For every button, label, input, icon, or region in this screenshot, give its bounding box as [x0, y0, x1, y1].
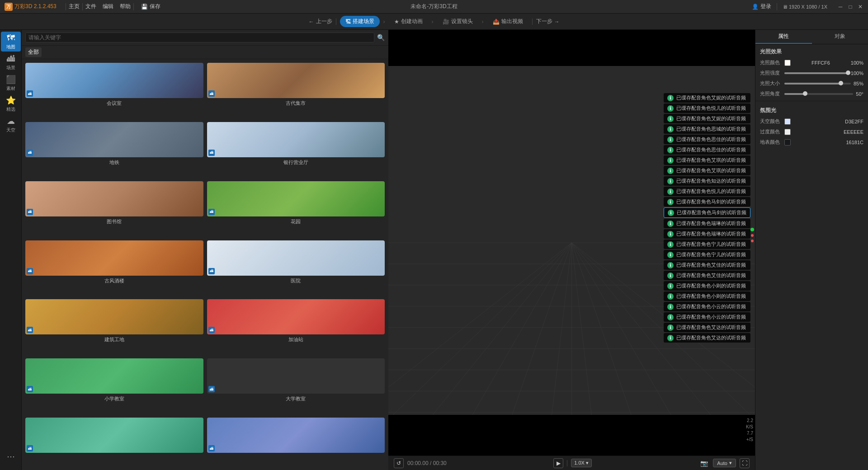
- sidebar-item-map[interactable]: 🗺 地图: [1, 32, 21, 52]
- scene-badge-library: 🏙: [27, 209, 33, 215]
- scene-item-conference[interactable]: 🏙 会议室: [25, 63, 203, 118]
- tab-properties[interactable]: 属性: [755, 30, 812, 44]
- light-intensity-label: 光照强度: [760, 70, 782, 76]
- step-set-camera[interactable]: 🎥 设置镜头: [437, 16, 478, 27]
- scene-item-hotel[interactable]: 🏙 古风酒楼: [25, 240, 203, 296]
- notification-item-0: ℹ 已缓存配音角色艾妮的试听音频: [664, 93, 750, 103]
- step-create-animation[interactable]: ★ 创建动画: [389, 16, 428, 27]
- sidebar-item-bottom[interactable]: ⋯: [1, 446, 21, 466]
- window-title: 未命名-万彩3D工程: [410, 3, 457, 10]
- vc-right: 📷 Auto ▾ ⛶: [698, 458, 750, 469]
- notif-icon-23: ℹ: [667, 335, 674, 341]
- scene-thumb-hospital: 🏙: [207, 240, 385, 276]
- scene-item-gasstation[interactable]: 🏙 加油站: [207, 299, 385, 355]
- scene-item-hospital[interactable]: 🏙 医院: [207, 240, 385, 296]
- time-separator: /: [430, 460, 433, 466]
- notif-text-23: 已缓存配音角色艾达的试听音频: [676, 334, 746, 341]
- scene-thumb-hotel: 🏙: [25, 240, 203, 276]
- login-button[interactable]: 👤 登录: [752, 3, 771, 10]
- ground-color-label: 地表颜色: [760, 139, 782, 146]
- close-button[interactable]: ✕: [857, 4, 863, 10]
- maximize-button[interactable]: □: [847, 4, 854, 10]
- notification-item-9: ℹ 已缓存配音角色悦儿的试听音频: [664, 187, 750, 196]
- notif-icon-12: ℹ: [667, 221, 674, 227]
- next-step-button[interactable]: 下一步 →: [536, 18, 560, 25]
- notification-item-7: ℹ 已缓存配音角色艾琪的试听音频: [664, 166, 750, 175]
- scene-item-stadium[interactable]: 🏙: [25, 418, 203, 466]
- category-all[interactable]: 全部: [25, 47, 42, 57]
- scene-item-library[interactable]: 🏙 图书馆: [25, 181, 203, 237]
- light-intensity-value: 100%: [851, 70, 863, 76]
- scene-item-bank[interactable]: 🏙 银行营业厅: [207, 122, 385, 178]
- search-button[interactable]: 🔍: [377, 34, 385, 41]
- app-name: 万彩3D 2.1.2.453: [14, 3, 57, 10]
- sidebar-item-material[interactable]: ⬛ 素材: [1, 73, 21, 93]
- light-color-label: 光照颜色: [760, 59, 782, 66]
- stat-line1: 2.2: [746, 418, 753, 424]
- light-size-slider[interactable]: [784, 83, 851, 85]
- ambient-section-title: 氛围光: [755, 103, 868, 116]
- step-divider2: [532, 19, 533, 25]
- user-icon: 👤: [752, 4, 759, 10]
- step-out-icon: 📤: [493, 19, 500, 25]
- fullscreen-button[interactable]: ⛶: [740, 458, 750, 468]
- light-angle-slider[interactable]: [784, 93, 853, 95]
- scene-thumb-primary: 🏙: [25, 358, 203, 394]
- scene-item-primary[interactable]: 🏙 小学教室: [25, 358, 203, 414]
- select-icon: ⭐: [6, 95, 16, 105]
- scene-thumb-conference: 🏙: [25, 63, 203, 98]
- light-angle-row: 光照角度 50°: [755, 89, 868, 99]
- notif-icon-22: ℹ: [667, 324, 674, 331]
- step-output-video[interactable]: 📤 输出视频: [487, 16, 528, 27]
- step-anim-label: 创建动画: [401, 18, 423, 25]
- speed-value: 1.0X: [574, 460, 585, 465]
- scene-item-construction[interactable]: 🏙 建筑工地: [25, 299, 203, 355]
- light-angle-value: 50°: [856, 91, 863, 97]
- ground-color-swatch[interactable]: [784, 139, 791, 146]
- resolution-value: 1920 X 1080 / 1X: [789, 4, 827, 9]
- prev-arrow-icon: ←: [309, 19, 314, 25]
- notif-text-1: 已缓存配音角色悦儿的试听音频: [676, 105, 746, 112]
- menu-home[interactable]: 主页: [69, 3, 80, 10]
- notif-text-18: 已缓存配音角色小则的试听音频: [676, 282, 746, 289]
- scene-item-university[interactable]: 🏙 大学教室: [207, 358, 385, 414]
- save-button[interactable]: 💾 保存: [141, 3, 160, 10]
- search-input[interactable]: [25, 33, 374, 42]
- viewport-canvas[interactable]: ℹ 已缓存配音角色艾妮的试听音频 ℹ 已缓存配音角色悦儿的试听音频 ℹ 已缓存配…: [388, 30, 755, 456]
- tab-objects[interactable]: 对象: [812, 30, 868, 44]
- light-color-swatch[interactable]: [784, 60, 791, 66]
- scene-item-city[interactable]: 🏙: [207, 418, 385, 466]
- step-build-scene[interactable]: 🏗 搭建场景: [340, 16, 380, 27]
- step-cam-icon: 🎥: [443, 19, 449, 25]
- sidebar-item-scene[interactable]: 🏙 场景: [1, 52, 21, 72]
- notification-item-18: ℹ 已缓存配音角色小则的试听音频: [664, 281, 750, 291]
- speed-button[interactable]: 1.0X ▾: [571, 459, 592, 467]
- scene-item-garden[interactable]: 🏙 花园: [207, 181, 385, 237]
- menu-edit[interactable]: 编辑: [103, 3, 113, 10]
- camera-button[interactable]: 📷: [698, 458, 709, 469]
- notif-icon-7: ℹ: [667, 168, 674, 174]
- sidebar-item-select[interactable]: ⭐ 精选: [1, 94, 21, 114]
- minimize-button[interactable]: ─: [837, 4, 844, 10]
- menu-file[interactable]: 文件: [85, 3, 96, 10]
- scene-item-ancient[interactable]: 🏙 古代集市: [207, 63, 385, 118]
- divider3: [133, 3, 134, 10]
- restart-button[interactable]: ↺: [394, 458, 404, 468]
- notif-text-9: 已缓存配音角色悦儿的试听音频: [676, 188, 746, 195]
- notif-icon-2: ℹ: [667, 116, 674, 122]
- auto-button[interactable]: Auto ▾: [713, 459, 736, 467]
- menu-help[interactable]: 帮助: [120, 3, 131, 10]
- light-intensity-slider[interactable]: [784, 72, 848, 74]
- sky-color-swatch[interactable]: [784, 118, 791, 125]
- scene-item-subway[interactable]: 🏙 地铁: [25, 122, 203, 178]
- save-icon: 💾: [141, 4, 148, 10]
- sidebar-item-sky[interactable]: ☁ 天空: [1, 115, 21, 135]
- scene-badge-bank: 🏙: [208, 150, 215, 156]
- transition-color-swatch[interactable]: [784, 129, 791, 135]
- scene-badge-university: 🏙: [208, 386, 215, 392]
- map-label: 地图: [6, 44, 15, 50]
- prev-step-button[interactable]: ← 上一步: [309, 18, 332, 25]
- play-button[interactable]: ▶: [553, 458, 563, 468]
- stat-line3: 7.7: [746, 430, 753, 437]
- notification-item-16: ℹ 已缓存配音角色艾佳的试听音频: [664, 260, 750, 270]
